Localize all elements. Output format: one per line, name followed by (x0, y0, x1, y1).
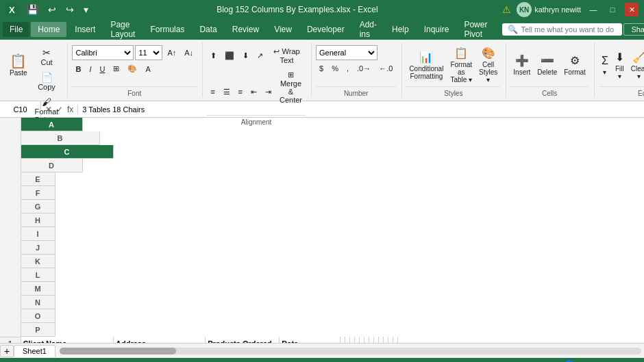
grid-scroll[interactable]: A B C D E F G H I J K L M N O P (0, 118, 644, 343)
menu-item-data[interactable]: Data (193, 22, 223, 37)
sheet-tab-sheet1[interactable]: Sheet1 (14, 345, 55, 357)
col-header-o[interactable]: O (21, 309, 55, 323)
clear-button[interactable]: 🧹 Clear ▾ (628, 45, 644, 85)
increase-indent-button[interactable]: ⇥ (262, 86, 275, 99)
border-button[interactable]: ⊞ (110, 62, 123, 75)
maximize-button[interactable]: □ (606, 3, 619, 16)
table-cell[interactable] (355, 337, 360, 343)
table-cell[interactable] (388, 337, 393, 343)
bold-button[interactable]: B (72, 63, 84, 75)
save-button[interactable]: 💾 (23, 3, 42, 16)
increase-font-button[interactable]: A↑ (164, 47, 179, 59)
cancel-formula-icon[interactable]: ✕ (44, 105, 53, 114)
col-header-h[interactable]: H (21, 214, 55, 227)
format-cells-button[interactable]: ⚙ Format (561, 45, 589, 85)
confirm-formula-icon[interactable]: ✓ (55, 105, 64, 114)
col-header-f[interactable]: F (21, 186, 55, 200)
decrease-font-button[interactable]: A↓ (181, 47, 197, 59)
col-header-m[interactable]: M (21, 282, 55, 296)
table-cell[interactable]: Products Ordered (206, 337, 280, 343)
table-cell[interactable]: Address (114, 337, 206, 343)
col-header-k[interactable]: K (21, 255, 55, 268)
cell-reference[interactable]: C10 (0, 101, 41, 118)
underline-button[interactable]: U (96, 63, 108, 75)
autosum-button[interactable]: Σ ▾ (599, 45, 611, 85)
table-cell[interactable] (360, 337, 364, 343)
col-header-a[interactable]: A (21, 118, 83, 131)
increase-decimal-button[interactable]: .0→ (354, 62, 374, 75)
menu-item-file[interactable]: File (3, 22, 29, 37)
cell-styles-button[interactable]: 🎨 CellStyles ▾ (476, 45, 500, 85)
col-header-j[interactable]: J (21, 241, 55, 255)
font-size-select[interactable]: 11 (135, 45, 162, 60)
delete-cells-button[interactable]: ➖ Delete (534, 45, 560, 85)
col-header-p[interactable]: P (21, 323, 55, 337)
number-format-select[interactable]: General (316, 45, 377, 60)
table-cell[interactable] (379, 337, 384, 343)
table-cell[interactable] (350, 337, 355, 343)
insert-function-icon[interactable]: fx (66, 105, 75, 114)
font-color-button[interactable]: A (142, 63, 153, 75)
align-left-button[interactable]: ≡ (207, 86, 218, 98)
align-center-button[interactable]: ☰ (220, 86, 234, 99)
paste-button[interactable]: 📋 Paste (7, 45, 30, 85)
col-header-n[interactable]: N (21, 296, 55, 309)
align-bottom-button[interactable]: ⬇ (239, 49, 252, 62)
row-header[interactable]: 1 (0, 337, 21, 343)
table-cell[interactable] (345, 337, 350, 343)
percent-button[interactable]: % (328, 62, 342, 75)
decrease-decimal-button[interactable]: ←.0 (375, 62, 396, 75)
col-header-b[interactable]: B (21, 131, 100, 145)
menu-item-help[interactable]: Help (385, 22, 416, 37)
menu-item-developer[interactable]: Developer (300, 22, 351, 37)
menu-item-home[interactable]: Home (31, 22, 66, 37)
table-cell[interactable] (340, 337, 345, 343)
table-cell[interactable] (393, 337, 398, 343)
menu-item-review[interactable]: Review (225, 22, 266, 37)
col-header-d[interactable]: D (21, 159, 83, 172)
menu-item-insert[interactable]: Insert (68, 22, 102, 37)
cut-button[interactable]: ✂ Cut (32, 45, 62, 68)
fill-button[interactable]: ⬇ Fill ▾ (612, 45, 627, 85)
table-cell[interactable] (364, 337, 369, 343)
formula-input[interactable] (78, 105, 644, 114)
add-sheet-button[interactable]: + (0, 345, 14, 357)
font-name-select[interactable]: Calibri (72, 45, 134, 60)
decrease-indent-button[interactable]: ⇤ (247, 86, 260, 99)
fill-color-button[interactable]: 🎨 (124, 62, 140, 75)
col-header-i[interactable]: I (21, 227, 55, 241)
copy-button[interactable]: 📄 Copy (32, 70, 62, 93)
table-cell[interactable] (369, 337, 374, 343)
conditional-formatting-button[interactable]: 📊 ConditionalFormatting (406, 45, 446, 85)
format-as-table-button[interactable]: 📋 Format asTable ▾ (447, 45, 475, 85)
undo-button[interactable]: ↩ (44, 3, 60, 16)
orientation-button[interactable]: ↗ (253, 49, 267, 62)
share-button[interactable]: Share (623, 23, 644, 36)
close-button[interactable]: ✕ (625, 3, 639, 16)
col-header-c[interactable]: C (21, 145, 114, 159)
menu-item-formulas[interactable]: Formulas (143, 22, 191, 37)
insert-cells-button[interactable]: ➕ Insert (510, 45, 533, 85)
search-input[interactable] (521, 25, 617, 34)
comma-button[interactable]: , (343, 62, 352, 75)
table-cell[interactable]: Date (280, 337, 340, 343)
table-cell[interactable] (384, 337, 388, 343)
redo-button[interactable]: ↪ (62, 3, 78, 16)
italic-button[interactable]: I (86, 63, 95, 75)
col-header-g[interactable]: G (21, 200, 55, 214)
customize-button[interactable]: ▾ (79, 3, 92, 16)
menu-item-power-pivot[interactable]: Power Pivot (457, 17, 494, 42)
align-middle-button[interactable]: ⬛ (221, 49, 238, 62)
wrap-text-button[interactable]: ↩ Wrap Text (268, 45, 306, 66)
menu-item-view[interactable]: View (267, 22, 299, 37)
align-right-button[interactable]: ≡ (235, 86, 246, 98)
accounting-button[interactable]: $ (316, 62, 327, 75)
align-top-button[interactable]: ⬆ (207, 49, 220, 62)
col-header-e[interactable]: E (21, 172, 55, 186)
menu-item-inquire[interactable]: Inquire (417, 22, 456, 37)
col-header-l[interactable]: L (21, 268, 55, 282)
minimize-button[interactable]: — (586, 3, 600, 16)
menu-item-page-layout[interactable]: Page Layout (103, 17, 142, 42)
table-cell[interactable]: Client Name (21, 337, 114, 343)
table-cell[interactable] (374, 337, 379, 343)
